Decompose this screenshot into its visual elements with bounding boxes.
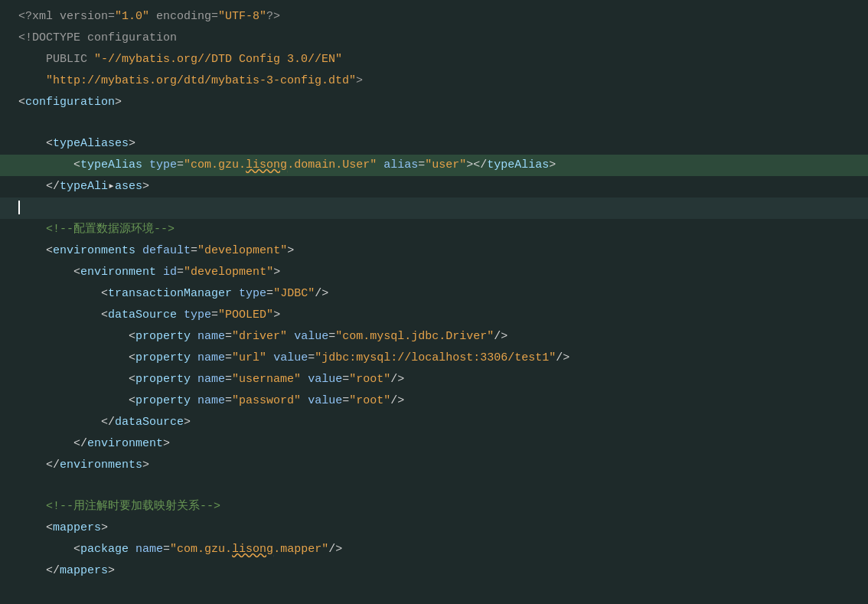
code-line — [0, 113, 868, 133]
line-content: <property name="username" value="root"/> — [15, 370, 868, 390]
line-content: <!--配置数据源环境--> — [15, 220, 868, 240]
line-content: <typeAlias type="com.gzu.lisong.domain.U… — [15, 155, 868, 175]
line-content: <property name="driver" value="com.mysql… — [15, 327, 868, 347]
line-content: <?xml version="1.0" encoding="UTF-8"?> — [15, 7, 868, 27]
code-line: <typeAlias type="com.gzu.lisong.domain.U… — [0, 155, 868, 176]
code-line — [0, 582, 868, 602]
code-line: <property name="url" value="jdbc:mysql:/… — [0, 348, 868, 369]
editor-container: <?xml version="1.0" encoding="UTF-8"?><!… — [0, 0, 868, 604]
code-line: </environments> — [0, 455, 868, 476]
code-line: </typeAli▸ases> — [0, 176, 868, 198]
code-line: <environments default="development"> — [0, 240, 868, 262]
code-line: <transactionManager type="JDBC"/> — [0, 283, 868, 305]
line-content: PUBLIC "-//mybatis.org//DTD Config 3.0//… — [15, 50, 868, 70]
line-content: <transactionManager type="JDBC"/> — [15, 284, 868, 304]
code-line — [0, 476, 868, 496]
code-line: <package name="com.gzu.lisong.mapper"/> — [0, 539, 868, 560]
code-line: <configuration> — [0, 92, 868, 113]
text-cursor — [18, 201, 20, 214]
code-line: <!--用注解时要加载映射关系--> — [0, 496, 868, 517]
line-content: <configuration> — [15, 93, 868, 113]
code-line: <?xml version="1.0" encoding="UTF-8"?> — [0, 6, 868, 28]
code-line: "http://mybatis.org/dtd/mybatis-3-config… — [0, 70, 868, 92]
line-content: </dataSource> — [15, 413, 868, 433]
line-content: </typeAli▸ases> — [15, 177, 868, 197]
code-line: <property name="driver" value="com.mysql… — [0, 326, 868, 348]
code-line: </environment> — [0, 433, 868, 455]
line-content: <dataSource type="POOLED"> — [15, 305, 868, 325]
code-line: <property name="password" value="root"/> — [0, 390, 868, 412]
line-content: <package name="com.gzu.lisong.mapper"/> — [15, 540, 868, 560]
line-content: <property name="url" value="jdbc:mysql:/… — [15, 348, 868, 368]
line-content: "http://mybatis.org/dtd/mybatis-3-config… — [15, 71, 868, 91]
line-content — [15, 198, 868, 218]
line-content: <typeAliases> — [15, 134, 868, 154]
code-line: <property name="username" value="root"/> — [0, 369, 868, 390]
code-line: </dataSource> — [0, 412, 868, 433]
code-line: <!--配置数据源环境--> — [0, 219, 868, 240]
code-line: <environment id="development"> — [0, 262, 868, 283]
line-content: <!--用注解时要加载映射关系--> — [15, 497, 868, 517]
line-content: </mappers> — [15, 561, 868, 581]
code-line: <mappers> — [0, 517, 868, 539]
line-content: </environments> — [15, 455, 868, 475]
line-content: <property name="password" value="root"/> — [15, 391, 868, 411]
line-content: <environments default="development"> — [15, 241, 868, 261]
code-area: <?xml version="1.0" encoding="UTF-8"?><!… — [0, 0, 868, 604]
line-content: <mappers> — [15, 518, 868, 538]
line-content: <!DOCTYPE configuration — [15, 28, 868, 48]
code-line: </mappers> — [0, 560, 868, 582]
code-line: <typeAliases> — [0, 133, 868, 155]
code-line: PUBLIC "-//mybatis.org//DTD Config 3.0//… — [0, 49, 868, 70]
code-line: <!DOCTYPE configuration — [0, 28, 868, 49]
line-content: </environment> — [15, 434, 868, 454]
line-content: <environment id="development"> — [15, 263, 868, 282]
code-line: <dataSource type="POOLED"> — [0, 305, 868, 326]
code-line — [0, 198, 868, 219]
